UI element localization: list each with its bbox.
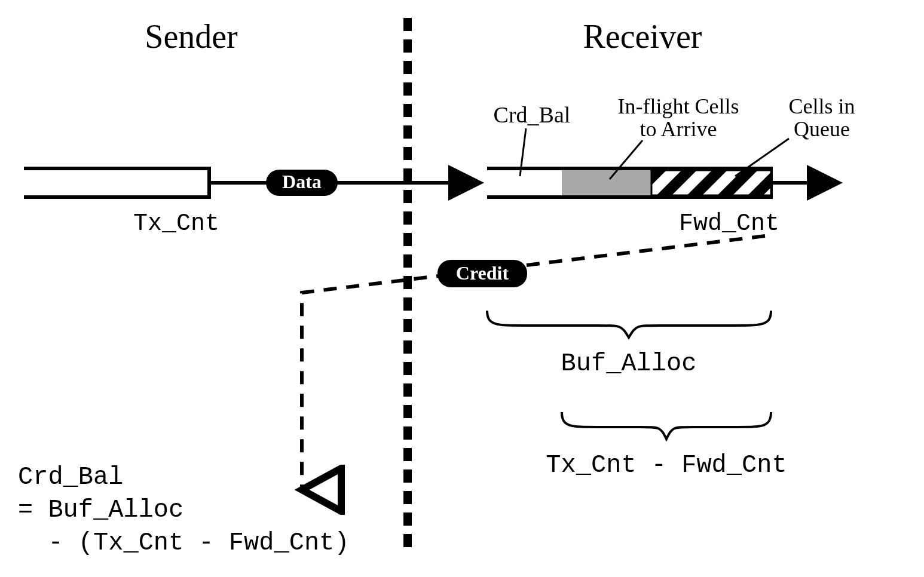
- formula-line2: = Buf_Alloc: [18, 496, 183, 524]
- fwd-cnt-label: Fwd_Cnt: [679, 210, 779, 237]
- txfwd-brace: [562, 412, 771, 439]
- queue-segment: [651, 170, 771, 195]
- crd-bal-label: Crd_Bal: [494, 102, 571, 127]
- crd-bal-segment: [487, 170, 562, 195]
- inflight-segment: [562, 170, 651, 195]
- data-label-pill: Data: [266, 170, 338, 196]
- tx-cnt-label: Tx_Cnt: [133, 210, 219, 237]
- buf-alloc-brace: [487, 311, 771, 337]
- diagram-canvas: Sender Receiver Data Tx_Cnt Fwd_Cnt Crd_…: [0, 0, 924, 577]
- credit-label: Credit: [456, 262, 509, 284]
- txfwd-label: Tx_Cnt - Fwd_Cnt: [546, 451, 787, 480]
- formula-line1: Crd_Bal: [18, 463, 123, 492]
- inflight-label-line2: to Arrive: [640, 117, 717, 141]
- receiver-buffer: [487, 167, 771, 199]
- credit-label-pill: Credit: [437, 260, 527, 287]
- sender-title: Sender: [145, 18, 238, 55]
- sender-queue: [24, 167, 209, 199]
- cellsq-label-line2: Queue: [794, 117, 850, 141]
- data-label: Data: [282, 171, 322, 192]
- buf-alloc-label: Buf_Alloc: [561, 349, 697, 378]
- cellsq-label-line1: Cells in: [788, 94, 855, 118]
- inflight-label-line1: In-flight Cells: [618, 94, 739, 118]
- formula-line3: - (Tx_Cnt - Fwd_Cnt): [18, 529, 350, 557]
- receiver-title: Receiver: [583, 18, 702, 55]
